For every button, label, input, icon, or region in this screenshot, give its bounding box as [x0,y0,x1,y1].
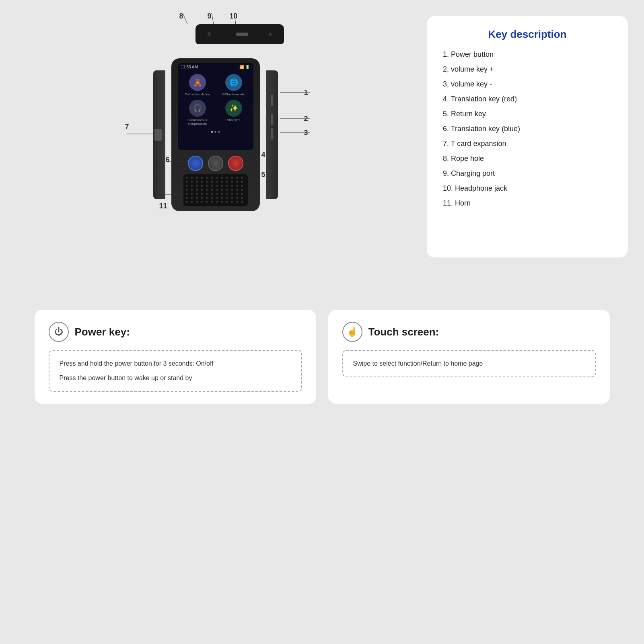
label4-line [241,158,263,170]
speaker-dot [211,193,213,195]
label11-line [161,190,185,198]
touch-screen-header: ☝ Touch screen: [342,322,596,342]
speaker-dot [216,185,218,187]
screen-icons-grid: 🧸 Online translation 🌐 Offline translate… [178,71,253,129]
speaker-dot [236,197,238,199]
chatgpt-label: ChatGPT [227,118,240,122]
top-section: 8 9 10 7 [16,16,628,298]
speaker-dot [221,201,223,203]
speaker-dot [226,185,228,187]
volume-buttons [271,114,273,140]
speaker-dot [186,201,188,203]
speaker-dot [211,189,213,191]
speaker-dot [216,189,218,191]
dot-1 [211,131,213,133]
speaker-dot [236,181,238,183]
screen-icon-chatgpt: ✨ ChatGPT [217,100,250,126]
screen-icon-offline-translate: 🌐 Offline translate [217,74,250,97]
power-button[interactable] [271,95,273,106]
speaker-dot [231,177,233,179]
speaker-dot [191,201,193,203]
key-item-5: 5. Return key [443,108,612,120]
dot-3 [218,131,220,133]
speaker-dot [196,201,198,203]
speaker-dot [221,181,223,183]
speaker-dot [201,181,203,183]
speaker-dot [221,177,223,179]
speaker-area: 11 [183,174,248,206]
speaker-dot [206,193,208,195]
tcard-slot [154,129,162,141]
headphone-jack [269,33,272,36]
speaker-dot [196,197,198,199]
speaker-dot [201,189,203,191]
power-instruction-2: Press the power button to wake up or sta… [60,373,291,383]
speaker-dot [196,185,198,187]
volume-up-button[interactable] [271,114,273,125]
speaker-dot [236,193,238,195]
power-key-card: ⏻ Power key: Press and hold the power bu… [35,310,316,404]
speaker-dot [191,185,193,187]
speaker-dot [211,185,213,187]
touch-screen-title: Touch screen: [368,326,439,338]
speaker-dot [226,177,228,179]
key-item-6: 6. Translation key (blue) [443,123,612,135]
power-icon: ⏻ [49,322,69,342]
key-item-9: 9. Charging port [443,168,612,179]
speaker-dot [241,181,243,183]
key-item-4: 4. Translation key (red) [443,93,612,105]
speaker-dot [206,197,208,199]
speaker-dot [196,177,198,179]
dot-2 [214,131,216,133]
key-item-3: 3, volume key - [443,78,612,90]
speaker-dot [216,201,218,203]
speaker-dot [226,181,228,183]
simultaneous-icon: 🎧 [189,100,206,117]
device-speaker [183,174,248,206]
online-translation-label: Online translation [185,93,210,97]
speaker-dot [216,177,218,179]
speaker-dot [191,189,193,191]
rope-hole [208,32,211,36]
label-5: 5 [261,171,265,179]
volume-down-button[interactable] [271,128,273,140]
speaker-dot [241,197,243,199]
speaker-dot [221,189,223,191]
speaker-dot [231,193,233,195]
key-item-1: 1. Power button [443,49,612,60]
speaker-dot [206,181,208,183]
online-translation-icon: 🧸 [189,74,206,91]
label-3: 3 [304,129,308,137]
key-item-2: 2, volume key + [443,64,612,75]
power-key-body: Press and hold the power button for 3 se… [49,350,302,392]
svg-line-2 [234,13,236,24]
screen-status-bar: 11:53 AM 📶 🔋 [178,63,253,71]
speaker-dot [216,193,218,195]
svg-line-0 [183,13,187,24]
power-instruction-1: Press and hold the power button for 3 se… [60,359,291,368]
key-item-11: 11. Horn [443,198,612,209]
speaker-dot [231,181,233,183]
speaker-dot [241,189,243,191]
speaker-dot [211,177,213,179]
speaker-dot [211,197,213,199]
touch-instruction-1: Swipe to select function/Return to home … [353,359,585,368]
device-screen: 11:53 AM 📶 🔋 🧸 Online translation 🌐 Offl… [178,63,253,150]
return-button[interactable] [208,156,223,171]
speaker-dot [191,181,193,183]
speaker-dot [231,185,233,187]
speaker-dot [186,193,188,195]
device-buttons-area: 6 4 5 [188,156,243,171]
speaker-dot [241,185,243,187]
speaker-dot [201,201,203,203]
screen-time: 11:53 AM [181,65,198,69]
speaker-dot [186,185,188,187]
blue-translation-button[interactable] [188,156,203,171]
speaker-dot [211,181,213,183]
offline-translate-icon: 🌐 [225,74,242,91]
speaker-dot [221,193,223,195]
power-key-header: ⏻ Power key: [49,322,302,342]
speaker-dot [226,193,228,195]
speaker-dot [206,189,208,191]
speaker-dot [231,197,233,199]
